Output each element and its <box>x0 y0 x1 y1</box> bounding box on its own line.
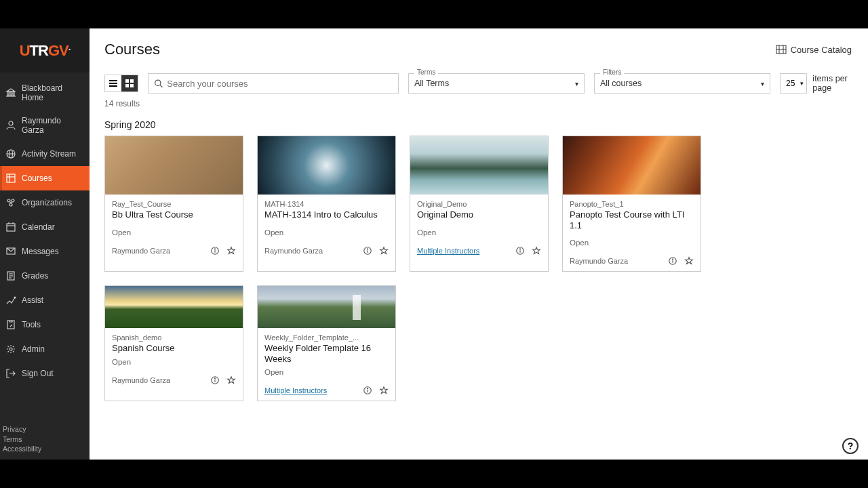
terms-select[interactable]: Terms All Terms ▾ <box>408 73 585 94</box>
course-card[interactable]: Original_DemoOriginal DemoOpenMultiple I… <box>410 136 549 272</box>
sidebar-item-sign-out[interactable]: Sign Out <box>0 361 90 386</box>
sidebar-item-assist[interactable]: Assist <box>0 288 90 312</box>
instructor-name: Raymundo Garza <box>570 257 628 265</box>
svg-rect-32 <box>109 80 117 81</box>
instructor-name: Raymundo Garza <box>112 376 170 384</box>
search-input[interactable] <box>167 79 393 89</box>
info-icon[interactable] <box>363 246 372 256</box>
sidebar-item-organizations[interactable]: Organizations <box>0 190 90 215</box>
instructor-name[interactable]: Multiple Instructors <box>264 386 327 394</box>
course-catalog-link[interactable]: Course Catalog <box>776 44 852 55</box>
grades-icon <box>5 270 16 281</box>
svg-rect-2 <box>13 92 14 96</box>
course-body: Spanish_demoSpanish Course <box>105 328 243 358</box>
svg-point-49 <box>520 249 521 249</box>
star-icon[interactable] <box>226 375 236 385</box>
course-image <box>105 136 243 195</box>
card-actions <box>668 256 694 266</box>
sidebar-item-activity-stream[interactable]: Activity Stream <box>0 142 90 166</box>
info-icon[interactable] <box>210 246 220 256</box>
filters-select[interactable]: Filters All courses ▾ <box>594 73 770 94</box>
course-image <box>258 286 395 328</box>
sidebar-item-label: Raymundo Garza <box>22 116 84 135</box>
course-card[interactable]: MATH-1314MATH-1314 Intro to CalculusOpen… <box>257 136 396 272</box>
course-card[interactable]: Weekly_Folder_Template_...Weekly Folder … <box>257 285 396 401</box>
logo[interactable]: UTRGV. <box>0 28 90 73</box>
svg-rect-38 <box>130 84 134 87</box>
svg-point-58 <box>368 388 368 389</box>
sidebar-item-label: Grades <box>22 271 48 281</box>
sidebar-item-label: Admin <box>22 344 45 354</box>
course-code: Panopto_Test_1 <box>570 200 694 208</box>
course-card[interactable]: Spanish_demoSpanish CourseOpenRaymundo G… <box>104 285 243 401</box>
course-card[interactable]: Panopto_Test_1Panopto Test Course with L… <box>562 136 701 272</box>
sidebar-item-courses[interactable]: Courses <box>0 166 90 190</box>
course-body: Ray_Test_CourseBb Ultra Test Course <box>105 195 243 224</box>
messages-icon <box>5 246 16 257</box>
svg-rect-16 <box>7 224 15 231</box>
info-icon[interactable] <box>210 375 220 385</box>
filters-value: All courses <box>600 79 642 88</box>
svg-point-43 <box>215 249 216 249</box>
course-status: Open <box>105 224 243 242</box>
sidebar-item-messages[interactable]: Messages <box>0 239 90 264</box>
course-footer: Raymundo Garza <box>563 252 701 271</box>
sidebar-item-tools[interactable]: Tools <box>0 312 90 337</box>
star-icon[interactable] <box>379 246 389 256</box>
footer-link-terms[interactable]: Terms <box>3 434 87 445</box>
course-image <box>563 136 701 195</box>
course-footer: Multiple Instructors <box>258 382 395 401</box>
sidebar-item-admin[interactable]: Admin <box>0 337 90 361</box>
list-icon <box>109 79 117 87</box>
sidebar: UTRGV. Blackboard HomeRaymundo GarzaActi… <box>0 28 90 460</box>
sidebar-item-label: Messages <box>22 247 59 256</box>
course-code: Spanish_demo <box>112 333 236 342</box>
course-image <box>105 286 243 328</box>
svg-point-55 <box>215 378 216 379</box>
perpage-select[interactable]: 25 ▾ <box>780 73 807 94</box>
info-icon[interactable] <box>515 246 525 256</box>
assist-icon <box>5 295 16 306</box>
svg-rect-36 <box>130 79 134 83</box>
sidebar-item-blackboard-home[interactable]: Blackboard Home <box>0 77 90 109</box>
footer-link-privacy[interactable]: Privacy <box>3 424 87 434</box>
sidebar-item-grades[interactable]: Grades <box>0 264 90 288</box>
sidebar-item-label: Calendar <box>22 222 55 232</box>
sidebar-item-calendar[interactable]: Calendar <box>0 215 90 239</box>
list-view-button[interactable] <box>105 75 121 92</box>
logo-text: UTRGV. <box>20 42 71 60</box>
course-title: Bb Ultra Test Course <box>112 209 236 220</box>
search-icon <box>154 79 163 88</box>
star-icon[interactable] <box>226 246 236 256</box>
sidebar-footer: PrivacyTermsAccessibility <box>0 422 90 460</box>
svg-point-39 <box>155 80 161 85</box>
footer-link-accessibility[interactable]: Accessibility <box>3 444 87 454</box>
course-status: Open <box>258 368 395 382</box>
grid-view-button[interactable] <box>121 75 138 92</box>
sidebar-item-label: Blackboard Home <box>22 83 84 102</box>
svg-rect-34 <box>109 85 117 87</box>
info-icon[interactable] <box>363 386 372 395</box>
star-icon[interactable] <box>684 256 694 266</box>
chevron-down-icon: ▾ <box>761 80 764 87</box>
main-header: Courses Course Catalog <box>90 28 868 66</box>
main-content: Courses Course Catalog Terms <box>90 28 868 460</box>
svg-rect-35 <box>125 79 129 83</box>
sidebar-item-raymundo-garza[interactable]: Raymundo Garza <box>0 109 90 142</box>
sidebar-item-label: Courses <box>22 174 52 183</box>
course-code: Ray_Test_Course <box>112 200 236 208</box>
course-card[interactable]: Ray_Test_CourseBb Ultra Test CourseOpenR… <box>104 136 243 272</box>
info-icon[interactable] <box>668 256 677 266</box>
star-icon[interactable] <box>532 246 541 256</box>
card-actions <box>363 246 389 256</box>
search-box[interactable] <box>148 73 399 94</box>
terms-value: All Terms <box>414 79 449 88</box>
svg-point-52 <box>673 259 673 260</box>
sidebar-item-label: Assist <box>22 296 43 305</box>
svg-rect-1 <box>10 92 12 96</box>
card-actions <box>515 246 541 256</box>
course-icon <box>5 173 16 184</box>
help-button[interactable]: ? <box>842 438 859 454</box>
star-icon[interactable] <box>379 386 389 395</box>
instructor-name[interactable]: Multiple Instructors <box>417 247 479 255</box>
